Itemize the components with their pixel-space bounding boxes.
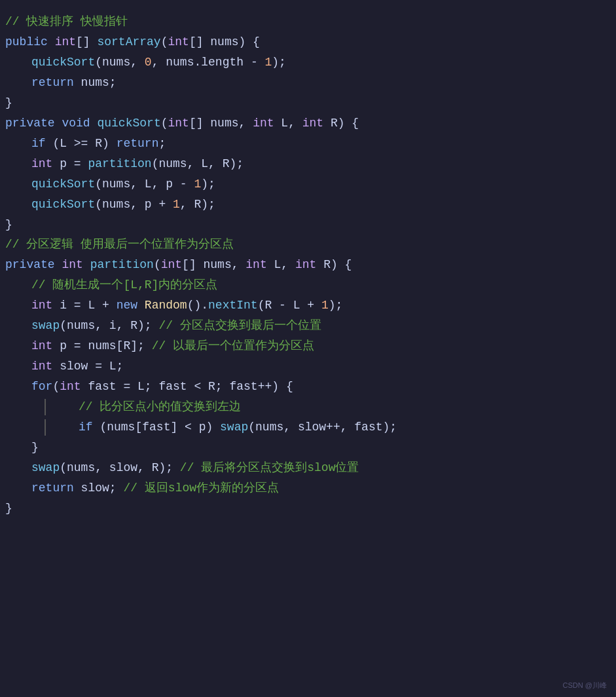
- method-sortarray: sortArray: [97, 35, 160, 48]
- kw-public: public: [5, 35, 48, 48]
- line-22: }: [5, 438, 603, 458]
- line-4: return nums;: [5, 73, 603, 93]
- line-2: public int[] sortArray(int[] nums) {: [5, 32, 603, 52]
- line-21: if (nums[fast] < p) swap(nums, slow++, f…: [5, 417, 603, 438]
- line-18: int slow = L;: [5, 356, 603, 377]
- line-15: int i = L + new Random().nextInt(R - L +…: [5, 295, 603, 316]
- line-9: quickSort(nums, L, p - 1);: [5, 174, 603, 195]
- line-6: private void quickSort(int[] nums, int L…: [5, 113, 603, 134]
- line-3: quickSort(nums, 0, nums.length - 1);: [5, 52, 603, 73]
- line-16: swap(nums, i, R); // 分区点交换到最后一个位置: [5, 316, 603, 336]
- line-17: int p = nums[R]; // 以最后一个位置作为分区点: [5, 336, 603, 356]
- line-1: // 快速排序 快慢指针: [5, 12, 603, 32]
- line-12: // 分区逻辑 使用最后一个位置作为分区点: [5, 235, 603, 255]
- line-5: }: [5, 93, 603, 113]
- line-13: private int partition(int[] nums, int L,…: [5, 255, 603, 275]
- comment-1: // 快速排序 快慢指针: [5, 15, 128, 28]
- line-11: }: [5, 215, 603, 235]
- code-block: // 快速排序 快慢指针 public int[] sortArray(int[…: [0, 7, 616, 532]
- line-7: if (L >= R) return;: [5, 134, 603, 154]
- line-19: for(int fast = L; fast < R; fast++) {: [5, 377, 603, 397]
- method-quicksort: quickSort: [31, 56, 95, 69]
- type-int: int: [55, 35, 76, 48]
- line-8: int p = partition(nums, L, R);: [5, 154, 603, 174]
- line-20: // 比分区点小的值交换到左边: [5, 397, 603, 417]
- line-14: // 随机生成一个[L,R]内的分区点: [5, 275, 603, 295]
- line-25: }: [5, 499, 603, 519]
- line-23: swap(nums, slow, R); // 最后将分区点交换到slow位置: [5, 458, 603, 478]
- line-10: quickSort(nums, p + 1, R);: [5, 195, 603, 215]
- line-24: return slow; // 返回slow作为新的分区点: [5, 478, 603, 499]
- watermark: CSDN @川峰: [563, 680, 607, 692]
